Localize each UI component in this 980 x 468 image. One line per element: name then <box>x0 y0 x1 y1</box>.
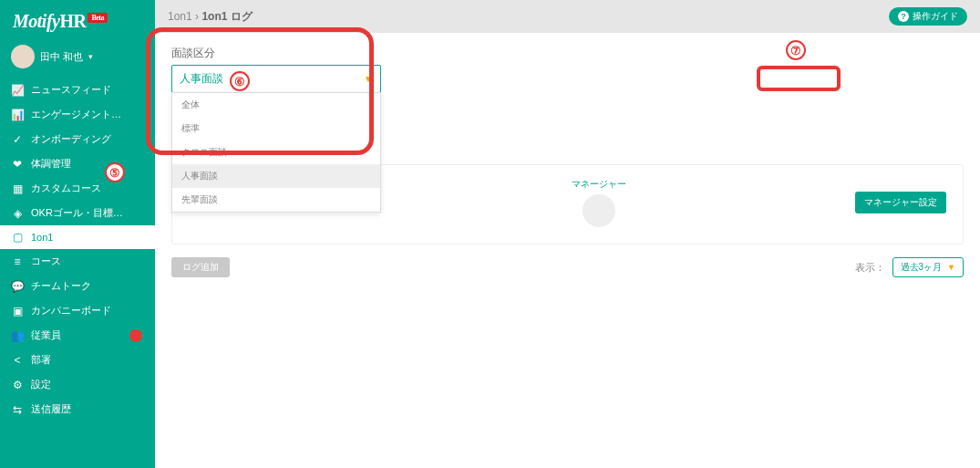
breadcrumb: 1on1 › 1on1 ログ <box>168 9 253 25</box>
sidebar-item-1[interactable]: 📊エンゲージメント… <box>0 102 155 127</box>
user-avatar <box>11 45 35 68</box>
manager-set-button[interactable]: マネージャー設定 <box>855 192 946 213</box>
sidebar-item-7[interactable]: ≡コース <box>0 249 155 274</box>
content: 面談区分 人事面談 ▼ 全体標準クロス面談人事面談先輩面談 マネージャー マネー… <box>155 33 980 290</box>
sidebar-item-label: 部署 <box>31 353 51 367</box>
sidebar-item-9[interactable]: ▣カンパニーボード <box>0 298 155 323</box>
sidebar-item-6[interactable]: ▢1on1 <box>0 225 155 249</box>
breadcrumb-parent[interactable]: 1on1 <box>168 10 192 23</box>
chevron-down-icon: ▼ <box>947 263 955 272</box>
dropdown-selected-label: 人事面談 <box>180 71 223 87</box>
section-label: 面談区分 <box>171 46 964 61</box>
sidebar-badge <box>129 329 142 342</box>
manager-avatar-placeholder <box>583 194 615 227</box>
sidebar-item-label: エンゲージメント… <box>31 108 121 121</box>
brand-name: Motify <box>13 11 59 31</box>
dropdown-option[interactable]: 人事面談 <box>172 164 380 188</box>
manager-column: マネージャー <box>572 178 626 227</box>
sidebar-icon: ⇆ <box>11 403 24 416</box>
sidebar-nav: 📈ニュースフィード📊エンゲージメント…✓オンボーディング❤体調管理▦カスタムコー… <box>0 78 155 421</box>
user-name: 田中 和也 <box>40 50 83 64</box>
log-add-label: ログ追加 <box>182 262 219 272</box>
interview-type-dropdown[interactable]: 人事面談 ▼ 全体標準クロス面談人事面談先輩面談 <box>171 65 381 93</box>
sidebar-item-label: 1on1 <box>31 232 53 243</box>
guide-button[interactable]: ? 操作ガイド <box>889 7 967 26</box>
sidebar-icon: < <box>11 354 24 367</box>
toolbar-row: ログ追加 表示： 過去3ヶ月 ▼ <box>171 257 964 277</box>
sidebar-item-10[interactable]: 👥従業員 <box>0 323 155 348</box>
guide-button-label: 操作ガイド <box>913 10 958 23</box>
sidebar-icon: ❤ <box>11 158 24 171</box>
sidebar-item-3[interactable]: ❤体調管理 <box>0 151 155 176</box>
sidebar-item-label: OKRゴール・目標… <box>31 206 123 220</box>
log-add-button[interactable]: ログ追加 <box>171 257 230 277</box>
sidebar-icon: ▦ <box>11 182 24 195</box>
sidebar-icon: ⚙ <box>11 379 24 391</box>
sidebar-icon: ▣ <box>11 305 24 317</box>
dropdown-option[interactable]: 全体 <box>172 93 380 117</box>
period-value: 過去3ヶ月 <box>901 261 943 274</box>
sidebar-item-label: チームトーク <box>31 279 91 293</box>
manager-set-button-label: マネージャー設定 <box>864 197 937 207</box>
sidebar-item-5[interactable]: ◈OKRゴール・目標… <box>0 201 155 225</box>
breadcrumb-current: 1on1 ログ <box>201 10 252 23</box>
dropdown-selected[interactable]: 人事面談 ▼ <box>171 65 381 93</box>
sidebar-item-label: 送信履歴 <box>31 402 71 416</box>
sidebar-icon: ◈ <box>11 207 24 220</box>
manager-label: マネージャー <box>572 178 626 191</box>
sidebar-icon: ▢ <box>11 231 24 244</box>
sidebar-icon: ≡ <box>11 255 24 268</box>
dropdown-option[interactable]: 先輩面談 <box>172 188 380 212</box>
sidebar-item-label: カスタムコース <box>31 182 101 195</box>
sidebar-item-4[interactable]: ▦カスタムコース <box>0 176 155 201</box>
sidebar-icon: 📊 <box>11 109 24 121</box>
sidebar-item-label: コース <box>31 255 61 268</box>
chevron-down-icon: ▼ <box>364 74 373 84</box>
sidebar-item-label: カンパニーボード <box>31 304 111 317</box>
main: 1on1 › 1on1 ログ ? 操作ガイド 面談区分 人事面談 ▼ 全体標準ク… <box>155 0 980 468</box>
brand-suffix: HR <box>59 11 86 31</box>
period-row: 表示： 過去3ヶ月 ▼ <box>855 257 964 277</box>
sidebar-item-label: ニュースフィード <box>31 83 111 97</box>
sidebar: MotifyHRBeta 田中 和也 ▾ 📈ニュースフィード📊エンゲージメント…… <box>0 0 155 468</box>
period-select[interactable]: 過去3ヶ月 ▼ <box>892 257 964 277</box>
breadcrumb-sep: › <box>195 10 199 23</box>
sidebar-item-label: 設定 <box>31 378 51 391</box>
sidebar-icon: 📈 <box>11 84 24 97</box>
dropdown-option[interactable]: 標準 <box>172 117 380 140</box>
sidebar-item-11[interactable]: <部署 <box>0 348 155 372</box>
sidebar-item-label: オンボーディング <box>31 132 111 146</box>
sidebar-item-label: 従業員 <box>31 328 61 342</box>
display-label: 表示： <box>855 261 885 275</box>
dropdown-option[interactable]: クロス面談 <box>172 140 380 164</box>
sidebar-item-12[interactable]: ⚙設定 <box>0 372 155 397</box>
sidebar-item-8[interactable]: 💬チームトーク <box>0 274 155 298</box>
dropdown-list: 全体標準クロス面談人事面談先輩面談 <box>171 92 381 213</box>
breadcrumb-bar: 1on1 › 1on1 ログ ? 操作ガイド <box>155 0 980 33</box>
sidebar-item-label: 体調管理 <box>31 157 71 171</box>
chevron-down-icon: ▾ <box>88 52 93 61</box>
sidebar-icon: 👥 <box>11 329 24 342</box>
sidebar-item-0[interactable]: 📈ニュースフィード <box>0 78 155 102</box>
user-menu[interactable]: 田中 和也 ▾ <box>0 39 155 78</box>
help-icon: ? <box>898 11 909 22</box>
sidebar-icon: ✓ <box>11 133 24 146</box>
brand-logo: MotifyHRBeta <box>0 0 155 39</box>
sidebar-item-2[interactable]: ✓オンボーディング <box>0 127 155 151</box>
sidebar-item-13[interactable]: ⇆送信履歴 <box>0 397 155 421</box>
sidebar-icon: 💬 <box>11 280 24 293</box>
brand-badge: Beta <box>88 13 108 23</box>
